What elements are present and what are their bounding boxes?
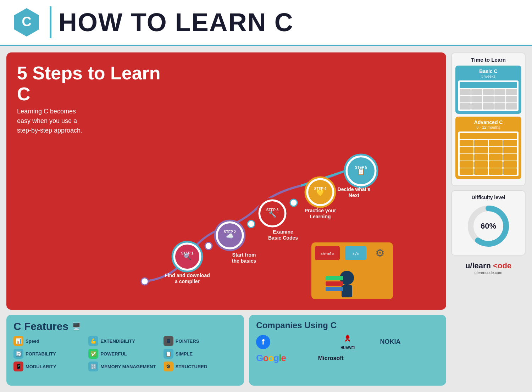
basic-calendar: [458, 80, 519, 111]
svg-text:C: C: [22, 14, 31, 29]
brand-name: u/learn <ode: [451, 261, 526, 270]
feature-simple: 📋 SIMPLE: [164, 349, 237, 359]
features-card: C Features 🖥️ 📊 Speed 💪 EXTENDIBILITY 🖥 …: [6, 315, 244, 386]
svg-point-32: [141, 278, 148, 285]
staircase-svg: STEP 1 🔍 Find and download a compiler ST…: [70, 150, 439, 303]
difficulty-title: Difficulty level: [455, 195, 521, 200]
svg-text:Decide what's: Decide what's: [338, 186, 371, 192]
facebook-logo: f: [256, 335, 315, 349]
memory-icon: 🔢: [88, 362, 98, 371]
svg-rect-44: [326, 287, 343, 291]
svg-text:Find and download: Find and download: [165, 273, 210, 278]
portability-icon: 🔄: [13, 349, 23, 359]
google-logo: Google: [256, 353, 315, 364]
feature-powerful: ✅ POWERFUL: [88, 349, 162, 359]
advanced-c-block: Advanced C 6 - 12 months: [455, 117, 521, 179]
svg-text:f: f: [262, 337, 265, 346]
svg-text:Examine: Examine: [273, 229, 293, 235]
main-content: 5 Steps to Learn C Learning C becomes ea…: [0, 46, 532, 392]
structured-icon: ⚙: [164, 362, 173, 371]
advanced-c-name: Advanced C: [458, 119, 519, 125]
header: C HOW TO LEARN C: [0, 0, 532, 46]
c-language-logo: C: [11, 6, 43, 38]
advanced-calendar: [458, 131, 519, 176]
cal-header-row: [460, 82, 517, 88]
steps-subtitle: C: [17, 83, 436, 105]
feature-portability: 🔄 PORTABILITY: [13, 349, 87, 359]
feature-speed: 📊 Speed: [13, 336, 87, 346]
time-to-learn-title: Time to Learn: [455, 57, 521, 63]
svg-rect-43: [342, 285, 352, 297]
svg-text:</>: </>: [352, 252, 359, 256]
feature-structured: ⚙ STRUCTURED: [164, 362, 237, 371]
companies-logos-grid: f HUAWEI NOKIA: [256, 334, 439, 364]
feature-modularity: 📱 MODULARITY: [13, 362, 87, 371]
steps-card: 5 Steps to Learn C Learning C becomes ea…: [6, 52, 446, 310]
svg-text:🔍: 🔍: [183, 253, 192, 261]
time-to-learn-card: Time to Learn Basic C 3 weeks: [451, 52, 526, 186]
basic-c-time: 3 weeks: [458, 74, 519, 78]
bottom-row: C Features 🖥️ 📊 Speed 💪 EXTENDIBILITY 🖥 …: [6, 315, 446, 386]
svg-text:⚙: ⚙: [375, 247, 385, 259]
difficulty-percent: 60%: [481, 222, 496, 231]
powerful-icon: ✅: [88, 349, 98, 359]
svg-text:Practice your: Practice your: [305, 208, 336, 213]
svg-text:a compiler: a compiler: [175, 279, 200, 284]
feature-memory: 🔢 MEMORY MANAGEMENT: [88, 362, 162, 371]
pointers-icon: 🖥: [164, 336, 173, 346]
svg-text:Learning: Learning: [310, 214, 331, 219]
modularity-icon: 📱: [13, 362, 23, 371]
svg-text:Start from: Start from: [232, 252, 256, 258]
svg-point-34: [248, 220, 255, 228]
header-divider: [50, 6, 51, 38]
branding: u/learn <ode ulearncode.com: [451, 261, 526, 275]
features-icon: 🖥️: [72, 322, 81, 331]
sidebar: Time to Learn Basic C 3 weeks: [451, 52, 526, 386]
feature-extendibility: 💪 EXTENDIBILITY: [88, 336, 162, 346]
svg-text:the basics: the basics: [232, 258, 256, 264]
basic-c-block: Basic C 3 weeks: [455, 66, 521, 114]
features-title: C Features 🖥️: [13, 320, 237, 332]
page-title: HOW TO LEARN C: [59, 8, 294, 37]
svg-text:📋: 📋: [357, 168, 365, 175]
svg-rect-45: [326, 281, 343, 286]
features-grid: 📊 Speed 💪 EXTENDIBILITY 🖥 POINTERS 🔄 POR…: [13, 336, 237, 371]
basic-c-name: Basic C: [458, 68, 519, 74]
huawei-logo: HUAWEI: [318, 334, 377, 350]
svg-rect-46: [326, 276, 343, 280]
donut-chart-container: 60%: [455, 203, 521, 249]
staircase-diagram: STEP 1 🔍 Find and download a compiler ST…: [70, 150, 439, 303]
svg-text:<html>: <html>: [320, 252, 334, 256]
svg-text:☁️: ☁️: [226, 232, 234, 240]
microsoft-logo: Microsoft: [318, 355, 377, 362]
svg-text:Next: Next: [349, 192, 360, 198]
difficulty-card: Difficulty level 60%: [451, 190, 526, 256]
steps-title: 5 Steps to Learn: [17, 63, 436, 83]
companies-title: Companies Using C: [256, 320, 439, 330]
extendibility-icon: 💪: [88, 336, 98, 346]
feature-pointers: 🖥 POINTERS: [164, 336, 237, 346]
brand-url: ulearncode.com: [451, 270, 526, 275]
speed-icon: 📊: [13, 336, 23, 346]
svg-text:🔧: 🔧: [268, 210, 277, 218]
svg-text:Basic Codes: Basic Codes: [268, 235, 298, 241]
nokia-logo: NOKIA: [380, 338, 439, 346]
svg-point-35: [290, 199, 297, 206]
svg-point-33: [205, 242, 212, 250]
svg-text:💛: 💛: [316, 189, 325, 197]
simple-icon: 📋: [164, 349, 173, 359]
advanced-c-time: 6 - 12 months: [458, 125, 519, 129]
left-section: 5 Steps to Learn C Learning C becomes ea…: [6, 52, 446, 386]
companies-card: Companies Using C f HUAWEI: [249, 315, 446, 386]
steps-description: Learning C becomes easy when you use a s…: [17, 107, 88, 135]
